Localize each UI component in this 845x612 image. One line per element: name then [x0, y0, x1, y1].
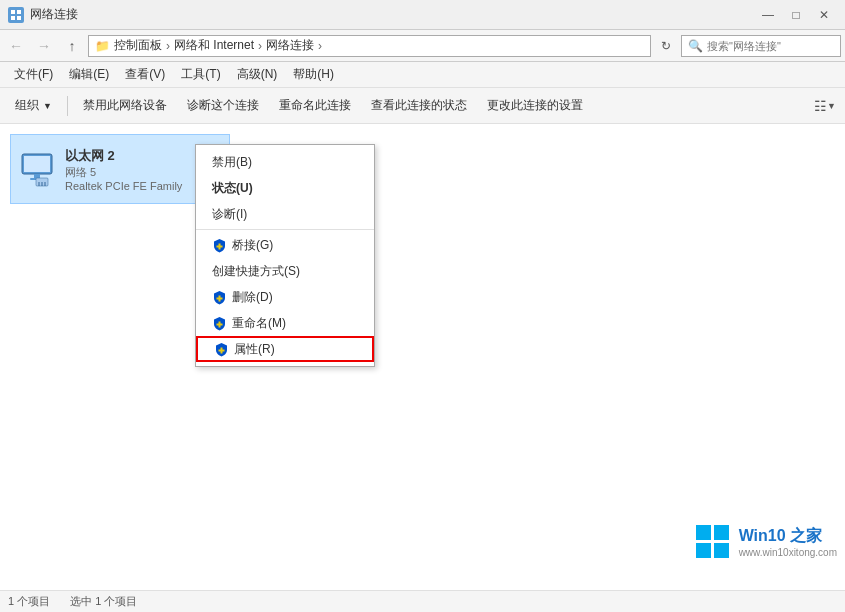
path-part-2: 网络和 Internet	[174, 37, 254, 54]
view-status-button[interactable]: 查看此连接的状态	[362, 92, 476, 120]
view-icon: ☷	[814, 98, 827, 114]
address-bar: ← → ↑ 📁 控制面板 › 网络和 Internet › 网络连接 › ↻ 🔍	[0, 30, 845, 62]
menu-tools[interactable]: 工具(T)	[173, 64, 228, 86]
ctx-shortcut[interactable]: 创建快捷方式(S)	[196, 258, 374, 284]
path-part-1: 控制面板	[114, 37, 162, 54]
adapter-icon	[17, 149, 57, 189]
ctx-diagnose-label: 诊断(I)	[212, 206, 247, 223]
status-selected-count: 选中 1 个项目	[70, 594, 137, 609]
menu-file[interactable]: 文件(F)	[6, 64, 61, 86]
window-title: 网络连接	[30, 6, 78, 23]
toolbar-separator-1	[67, 96, 68, 116]
watermark: Win10 之家 www.win10xitong.com	[695, 524, 837, 560]
search-box[interactable]: 🔍	[681, 35, 841, 57]
rename-button[interactable]: 重命名此连接	[270, 92, 360, 120]
folder-icon: 📁	[95, 39, 110, 53]
minimize-button[interactable]: —	[755, 5, 781, 25]
menu-bar: 文件(F) 编辑(E) 查看(V) 工具(T) 高级(N) 帮助(H)	[0, 62, 845, 88]
status-items-count: 1 个项目	[8, 594, 50, 609]
context-menu: 禁用(B) 状态(U) 诊断(I) 桥接(G) 创建快捷方式(S) 删除(D)	[195, 144, 375, 367]
menu-edit[interactable]: 编辑(E)	[61, 64, 117, 86]
ctx-bridge[interactable]: 桥接(G)	[196, 232, 374, 258]
ctx-delete-label: 删除(D)	[232, 289, 273, 306]
ctx-shortcut-label: 创建快捷方式(S)	[212, 263, 300, 280]
watermark-title: Win10 之家	[739, 526, 837, 547]
search-input[interactable]	[707, 40, 827, 52]
svg-rect-0	[11, 10, 15, 14]
svg-rect-2	[11, 16, 15, 20]
ctx-disable-label: 禁用(B)	[212, 154, 252, 171]
win10-logo-icon	[695, 524, 731, 560]
path-sep-1: ›	[166, 39, 170, 53]
ctx-disable[interactable]: 禁用(B)	[196, 149, 374, 175]
back-button[interactable]: ←	[4, 34, 28, 58]
refresh-button[interactable]: ↻	[655, 35, 677, 57]
shield-icon-properties	[214, 342, 228, 356]
watermark-url: www.win10xitong.com	[739, 547, 837, 558]
ctx-status-label: 状态(U)	[212, 180, 253, 197]
menu-help[interactable]: 帮助(H)	[285, 64, 342, 86]
organize-label: 组织	[15, 97, 39, 114]
svg-rect-15	[714, 543, 729, 558]
path-part-3: 网络连接	[266, 37, 314, 54]
ctx-diagnose[interactable]: 诊断(I)	[196, 201, 374, 227]
menu-view[interactable]: 查看(V)	[117, 64, 173, 86]
svg-rect-3	[17, 16, 21, 20]
maximize-button[interactable]: □	[783, 5, 809, 25]
main-area: 以太网 2 网络 5 Realtek PCIe FE Family 禁用(B) …	[0, 124, 845, 590]
search-icon: 🔍	[688, 39, 703, 53]
window-icon	[8, 7, 24, 23]
ctx-delete[interactable]: 删除(D)	[196, 284, 374, 310]
change-settings-button[interactable]: 更改此连接的设置	[478, 92, 592, 120]
diagnose-button[interactable]: 诊断这个连接	[178, 92, 268, 120]
path-sep-2: ›	[258, 39, 262, 53]
svg-rect-1	[17, 10, 21, 14]
svg-rect-12	[696, 525, 711, 540]
disable-network-button[interactable]: 禁用此网络设备	[74, 92, 176, 120]
ctx-rename-label: 重命名(M)	[232, 315, 286, 332]
forward-button[interactable]: →	[32, 34, 56, 58]
svg-rect-5	[24, 156, 50, 172]
ctx-status[interactable]: 状态(U)	[196, 175, 374, 201]
toolbar: 组织 ▼ 禁用此网络设备 诊断这个连接 重命名此连接 查看此连接的状态 更改此连…	[0, 88, 845, 124]
title-bar-left: 网络连接	[8, 6, 78, 23]
close-button[interactable]: ✕	[811, 5, 837, 25]
shield-icon-bridge	[212, 238, 226, 252]
view-chevron-icon: ▼	[827, 101, 836, 111]
organize-button[interactable]: 组织 ▼	[6, 92, 61, 120]
svg-rect-14	[696, 543, 711, 558]
svg-rect-13	[714, 525, 729, 540]
menu-advanced[interactable]: 高级(N)	[229, 64, 286, 86]
up-button[interactable]: ↑	[60, 34, 84, 58]
organize-chevron-icon: ▼	[43, 101, 52, 111]
shield-icon-rename	[212, 316, 226, 330]
path-sep-3: ›	[318, 39, 322, 53]
address-path[interactable]: 📁 控制面板 › 网络和 Internet › 网络连接 ›	[88, 35, 651, 57]
ctx-properties[interactable]: 属性(R)	[196, 336, 374, 362]
watermark-text: Win10 之家 www.win10xitong.com	[739, 526, 837, 558]
status-bar: 1 个项目 选中 1 个项目	[0, 590, 845, 612]
ctx-rename[interactable]: 重命名(M)	[196, 310, 374, 336]
view-options-button[interactable]: ☷ ▼	[811, 92, 839, 120]
ctx-sep-1	[196, 229, 374, 230]
title-bar: 网络连接 — □ ✕	[0, 0, 845, 30]
window-controls: — □ ✕	[755, 5, 837, 25]
shield-icon-delete	[212, 290, 226, 304]
ctx-properties-label: 属性(R)	[234, 341, 275, 358]
adapter-desc: Realtek PCIe FE Family	[65, 180, 205, 192]
ctx-bridge-label: 桥接(G)	[232, 237, 273, 254]
